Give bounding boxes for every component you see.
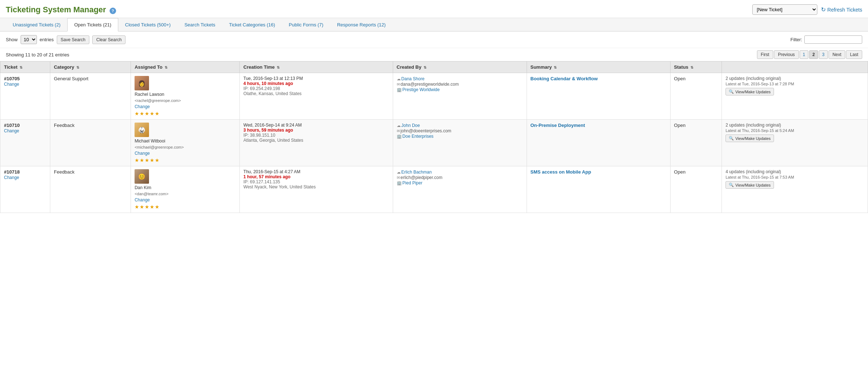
avatar-michael: 🥋	[135, 123, 149, 137]
creation-time-cell-2: Thu, 2016-Sep-15 at 4:27 AM 1 hour, 57 m…	[240, 166, 393, 213]
creation-time-cell-0: Tue, 2016-Sep-13 at 12:13 PM 4 hours, 10…	[240, 73, 393, 120]
magnifier-icon-1: 🔍	[729, 136, 734, 141]
help-icon[interactable]: ?	[110, 8, 116, 14]
ticket-number: #10718	[4, 169, 46, 175]
summary-cell-0: Booking Calendar & Workflow	[527, 73, 670, 120]
category-cell-0: General Support	[50, 73, 131, 120]
ticket-change-link-0[interactable]: Change	[4, 82, 19, 87]
col-summary: Summary ⇅	[527, 61, 670, 73]
table-row: #10710 Change Feedback 🥋 Michael Witbooi…	[0, 120, 868, 166]
stars-0: ★★★★★	[135, 111, 160, 116]
summary-link-1[interactable]: On-Premise Deployment	[531, 123, 585, 128]
page-1-button[interactable]: 1	[800, 50, 809, 59]
sort-createdby-icon[interactable]: ⇅	[424, 65, 426, 69]
actions-cell-1: 2 updates (including original) Latest at…	[722, 120, 868, 166]
created-by-name-link-1[interactable]: John Doe	[401, 123, 420, 128]
created-by-cell-1: ☁John Doe ✉john@doeenterprises.com 🏢Doe …	[393, 120, 527, 166]
summary-link-2[interactable]: SMS access on Mobile App	[531, 169, 591, 175]
creation-location-1: Atlanta, Georgia, United States	[243, 138, 389, 143]
table-header: Ticket ⇅ Category ⇅ Assigned To ⇅ Creati…	[0, 61, 868, 73]
creation-date-0: Tue, 2016-Sep-13 at 12:13 PM	[243, 76, 389, 81]
created-by-company-link-1[interactable]: Doe Enterprises	[403, 134, 434, 139]
ticket-change-link-2[interactable]: Change	[4, 175, 19, 180]
last-page-button[interactable]: Last	[846, 50, 862, 59]
page-2-button[interactable]: 2	[809, 50, 818, 59]
save-search-button[interactable]: Save Search	[57, 35, 90, 44]
sort-ticket-icon[interactable]: ⇅	[20, 65, 22, 69]
sort-summary-icon[interactable]: ⇅	[554, 65, 557, 69]
status-value-2: Open	[674, 169, 686, 175]
summary-link-0[interactable]: Booking Calendar & Workflow	[531, 76, 598, 81]
creation-date-2: Thu, 2016-Sep-15 at 4:27 AM	[243, 169, 389, 174]
creation-ip-0: IP: 69.254.249.198	[243, 86, 389, 91]
table-body: #10705 Change General Support 👩 Rachel L…	[0, 73, 868, 213]
tab-closed-tickets[interactable]: Closed Tickets (500+)	[118, 18, 178, 31]
created-by-company-link-0[interactable]: Prestige Worldwide	[403, 87, 440, 92]
ticket-change-link-1[interactable]: Change	[4, 128, 19, 133]
sort-category-icon[interactable]: ⇅	[76, 65, 79, 69]
col-actions	[722, 61, 868, 73]
sort-status-icon[interactable]: ⇅	[690, 65, 693, 69]
nav-tabs: Unassigned Tickets (2) Open Tickets (21)…	[0, 18, 868, 31]
clear-search-button[interactable]: Clear Search	[92, 35, 125, 44]
sort-creation-icon[interactable]: ⇅	[277, 65, 280, 69]
col-status: Status ⇅	[670, 61, 722, 73]
magnifier-icon-0: 🔍	[729, 89, 734, 94]
top-bar: Ticketing System Manager ? [New Ticket] …	[0, 0, 868, 18]
assignee-change-link-2[interactable]: Change	[135, 197, 150, 202]
col-category: Category ⇅	[50, 61, 131, 73]
category-cell-1: Feedback	[50, 120, 131, 166]
view-updates-button-1[interactable]: 🔍 View/Make Updates	[726, 135, 774, 142]
company-icon-2: 🏢	[397, 181, 402, 185]
email-icon-2: ✉	[397, 175, 400, 180]
entries-select[interactable]: 10	[21, 35, 37, 44]
status-cell-1: Open	[670, 120, 722, 166]
refresh-tickets-label: Refresh Tickets	[827, 7, 862, 13]
tab-public-forms[interactable]: Public Forms (7)	[282, 18, 330, 31]
status-value-1: Open	[674, 123, 686, 128]
assignee-change-link-1[interactable]: Change	[135, 151, 150, 156]
view-updates-button-2[interactable]: 🔍 View/Make Updates	[726, 181, 774, 189]
refresh-tickets-button[interactable]: ↻ Refresh Tickets	[821, 6, 862, 13]
latest-text-1: Latest at Thu, 2016-Sep-15 at 5:24 AM	[726, 128, 864, 133]
assignee-email-2: <dan@teamr.com>	[135, 192, 169, 196]
created-by-name-link-0[interactable]: Dana Shore	[401, 76, 425, 81]
top-right-controls: [New Ticket] ↻ Refresh Tickets	[752, 4, 862, 15]
created-by-company-link-2[interactable]: Pied Piper	[403, 180, 422, 185]
created-by-email-2: erlich@piedpiper.com	[401, 175, 443, 180]
company-icon-1: 🏢	[397, 134, 402, 138]
col-creation-time: Creation Time ⇅	[240, 61, 393, 73]
entries-label: entries	[40, 37, 54, 42]
showing-text: Showing 11 to 20 of 21 entries	[6, 52, 69, 57]
filter-input[interactable]	[804, 35, 862, 44]
creation-ago-0: 4 hours, 10 minutes ago	[243, 81, 389, 86]
magnifier-icon-2: 🔍	[729, 183, 734, 187]
tab-unassigned-tickets[interactable]: Unassigned Tickets (2)	[6, 18, 67, 31]
stars-1: ★★★★★	[135, 157, 160, 163]
updates-text-0: 2 updates (including original)	[726, 76, 864, 81]
tab-search-tickets[interactable]: Search Tickets	[178, 18, 222, 31]
assignee-change-link-0[interactable]: Change	[135, 104, 150, 109]
sort-assigned-icon[interactable]: ⇅	[165, 65, 167, 69]
view-updates-button-0[interactable]: 🔍 View/Make Updates	[726, 88, 774, 95]
created-by-name-link-2[interactable]: Erlich Bachman	[401, 170, 432, 175]
new-ticket-select[interactable]: [New Ticket]	[752, 4, 817, 15]
tab-ticket-categories[interactable]: Ticket Categories (16)	[222, 18, 282, 31]
filter-label: Filter:	[791, 37, 803, 42]
tab-response-reports[interactable]: Response Reports (12)	[330, 18, 392, 31]
stars-2: ★★★★★	[135, 204, 160, 210]
tab-open-tickets[interactable]: Open Tickets (21)	[67, 18, 118, 31]
updates-text-1: 2 updates (including original)	[726, 123, 864, 128]
created-by-cell-2: ☁Erlich Bachman ✉erlich@piedpiper.com 🏢P…	[393, 166, 527, 213]
previous-page-button[interactable]: Previous	[774, 50, 799, 59]
first-page-button[interactable]: First	[757, 50, 773, 59]
page-3-button[interactable]: 3	[819, 50, 828, 59]
assigned-to-cell-1: 🥋 Michael Witbooi <michael@greenrope.com…	[131, 120, 240, 166]
creation-ip-2: IP: 69.127.141.135	[243, 179, 389, 184]
next-page-button[interactable]: Next	[829, 50, 846, 59]
avatar-rachel: 👩	[135, 76, 149, 90]
created-by-email-0: dana@prestigeworldwide.com	[401, 82, 459, 87]
creation-ago-1: 3 hours, 59 minutes ago	[243, 128, 389, 133]
assignee-name-1: Michael Witbooi	[135, 138, 165, 144]
creation-ago-2: 1 hour, 57 minutes ago	[243, 174, 389, 179]
